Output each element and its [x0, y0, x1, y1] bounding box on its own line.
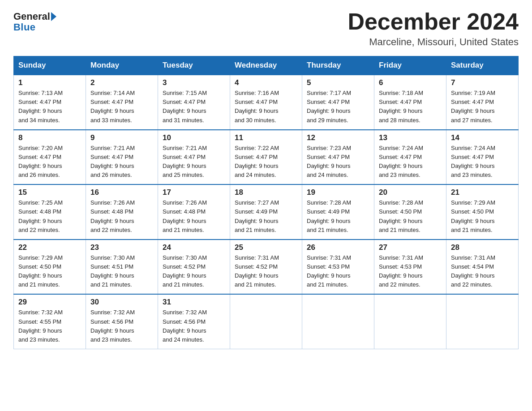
location-subtitle: Marceline, Missouri, United States: [348, 36, 519, 48]
day-info: Sunrise: 7:18 AMSunset: 4:47 PMDaylight:…: [379, 89, 442, 125]
day-number: 12: [307, 133, 369, 142]
day-info: Sunrise: 7:24 AMSunset: 4:47 PMDaylight:…: [451, 144, 514, 180]
weekday-header-saturday: Saturday: [446, 56, 519, 75]
day-number: 1: [18, 78, 81, 87]
week-row-5: 29Sunrise: 7:32 AMSunset: 4:55 PMDayligh…: [14, 294, 519, 349]
day-cell-26: 26Sunrise: 7:31 AMSunset: 4:53 PMDayligh…: [302, 240, 374, 295]
day-info: Sunrise: 7:31 AMSunset: 4:53 PMDaylight:…: [379, 253, 442, 290]
weekday-header-tuesday: Tuesday: [158, 56, 230, 75]
weekday-header-wednesday: Wednesday: [230, 56, 302, 75]
day-info: Sunrise: 7:19 AMSunset: 4:47 PMDaylight:…: [451, 89, 514, 125]
day-number: 20: [379, 188, 442, 197]
day-number: 28: [451, 243, 514, 252]
logo-arrow-icon: [51, 12, 56, 21]
day-cell-12: 12Sunrise: 7:23 AMSunset: 4:47 PMDayligh…: [302, 130, 374, 185]
day-number: 29: [18, 298, 81, 307]
day-info: Sunrise: 7:23 AMSunset: 4:47 PMDaylight:…: [307, 144, 369, 180]
day-cell-4: 4Sunrise: 7:16 AMSunset: 4:47 PMDaylight…: [230, 75, 302, 130]
day-info: Sunrise: 7:13 AMSunset: 4:47 PMDaylight:…: [18, 89, 81, 125]
day-info: Sunrise: 7:26 AMSunset: 4:48 PMDaylight:…: [90, 198, 153, 235]
day-cell-3: 3Sunrise: 7:15 AMSunset: 4:47 PMDaylight…: [158, 75, 230, 130]
day-info: Sunrise: 7:16 AMSunset: 4:47 PMDaylight:…: [235, 89, 297, 125]
day-cell-25: 25Sunrise: 7:31 AMSunset: 4:52 PMDayligh…: [230, 240, 302, 295]
day-cell-1: 1Sunrise: 7:13 AMSunset: 4:47 PMDaylight…: [14, 75, 86, 130]
day-cell-20: 20Sunrise: 7:28 AMSunset: 4:50 PMDayligh…: [374, 184, 446, 240]
weekday-header-monday: Monday: [86, 56, 158, 75]
day-number: 11: [235, 133, 297, 142]
day-cell-24: 24Sunrise: 7:30 AMSunset: 4:52 PMDayligh…: [158, 240, 230, 295]
day-info: Sunrise: 7:25 AMSunset: 4:48 PMDaylight:…: [18, 198, 81, 235]
day-cell-17: 17Sunrise: 7:26 AMSunset: 4:48 PMDayligh…: [158, 184, 230, 240]
day-number: 19: [307, 188, 369, 197]
empty-cell: [446, 294, 519, 349]
day-number: 6: [379, 78, 442, 87]
day-number: 7: [451, 78, 514, 87]
week-row-2: 8Sunrise: 7:20 AMSunset: 4:47 PMDaylight…: [14, 130, 519, 185]
empty-cell: [374, 294, 446, 349]
day-number: 14: [451, 133, 514, 142]
day-cell-9: 9Sunrise: 7:21 AMSunset: 4:47 PMDaylight…: [86, 130, 158, 185]
day-number: 18: [235, 188, 297, 197]
day-info: Sunrise: 7:31 AMSunset: 4:52 PMDaylight:…: [235, 253, 297, 290]
month-title: December 2024: [348, 9, 519, 34]
day-cell-14: 14Sunrise: 7:24 AMSunset: 4:47 PMDayligh…: [446, 130, 519, 185]
page-header: General Blue December 2024 Marceline, Mi…: [13, 9, 519, 48]
day-cell-11: 11Sunrise: 7:22 AMSunset: 4:47 PMDayligh…: [230, 130, 302, 185]
day-info: Sunrise: 7:17 AMSunset: 4:47 PMDaylight:…: [307, 89, 369, 125]
day-info: Sunrise: 7:32 AMSunset: 4:55 PMDaylight:…: [18, 308, 81, 344]
day-number: 26: [307, 243, 369, 252]
day-number: 27: [379, 243, 442, 252]
day-cell-8: 8Sunrise: 7:20 AMSunset: 4:47 PMDaylight…: [14, 130, 86, 185]
day-cell-29: 29Sunrise: 7:32 AMSunset: 4:55 PMDayligh…: [14, 294, 86, 349]
day-cell-21: 21Sunrise: 7:29 AMSunset: 4:50 PMDayligh…: [446, 184, 519, 240]
title-block: December 2024 Marceline, Missouri, Unite…: [348, 9, 519, 48]
week-row-1: 1Sunrise: 7:13 AMSunset: 4:47 PMDaylight…: [14, 75, 519, 130]
day-cell-22: 22Sunrise: 7:29 AMSunset: 4:50 PMDayligh…: [14, 240, 86, 295]
day-cell-28: 28Sunrise: 7:31 AMSunset: 4:54 PMDayligh…: [446, 240, 519, 295]
day-cell-6: 6Sunrise: 7:18 AMSunset: 4:47 PMDaylight…: [374, 75, 446, 130]
week-row-4: 22Sunrise: 7:29 AMSunset: 4:50 PMDayligh…: [14, 240, 519, 295]
empty-cell: [302, 294, 374, 349]
logo-general-text: General: [13, 12, 50, 21]
day-number: 8: [18, 133, 81, 142]
day-number: 23: [90, 243, 153, 252]
day-number: 13: [379, 133, 442, 142]
day-info: Sunrise: 7:28 AMSunset: 4:50 PMDaylight:…: [379, 198, 442, 235]
day-info: Sunrise: 7:21 AMSunset: 4:47 PMDaylight:…: [90, 144, 153, 180]
day-number: 17: [163, 188, 225, 197]
day-info: Sunrise: 7:20 AMSunset: 4:47 PMDaylight:…: [18, 144, 81, 180]
day-number: 2: [90, 78, 153, 87]
day-info: Sunrise: 7:31 AMSunset: 4:53 PMDaylight:…: [307, 253, 369, 290]
day-info: Sunrise: 7:32 AMSunset: 4:56 PMDaylight:…: [163, 308, 225, 344]
day-info: Sunrise: 7:29 AMSunset: 4:50 PMDaylight:…: [451, 198, 514, 235]
day-info: Sunrise: 7:31 AMSunset: 4:54 PMDaylight:…: [451, 253, 514, 290]
day-cell-27: 27Sunrise: 7:31 AMSunset: 4:53 PMDayligh…: [374, 240, 446, 295]
day-cell-15: 15Sunrise: 7:25 AMSunset: 4:48 PMDayligh…: [14, 184, 86, 240]
day-info: Sunrise: 7:30 AMSunset: 4:52 PMDaylight:…: [163, 253, 225, 290]
day-cell-13: 13Sunrise: 7:24 AMSunset: 4:47 PMDayligh…: [374, 130, 446, 185]
day-number: 10: [163, 133, 225, 142]
day-number: 3: [163, 78, 225, 87]
day-cell-10: 10Sunrise: 7:21 AMSunset: 4:47 PMDayligh…: [158, 130, 230, 185]
day-cell-31: 31Sunrise: 7:32 AMSunset: 4:56 PMDayligh…: [158, 294, 230, 349]
day-info: Sunrise: 7:14 AMSunset: 4:47 PMDaylight:…: [90, 89, 153, 125]
day-number: 15: [18, 188, 81, 197]
weekday-header-thursday: Thursday: [302, 56, 374, 75]
day-cell-18: 18Sunrise: 7:27 AMSunset: 4:49 PMDayligh…: [230, 184, 302, 240]
day-cell-2: 2Sunrise: 7:14 AMSunset: 4:47 PMDaylight…: [86, 75, 158, 130]
day-info: Sunrise: 7:29 AMSunset: 4:50 PMDaylight:…: [18, 253, 81, 290]
day-number: 5: [307, 78, 369, 87]
day-number: 25: [235, 243, 297, 252]
logo-blue-text: Blue: [13, 21, 35, 33]
day-info: Sunrise: 7:32 AMSunset: 4:56 PMDaylight:…: [90, 308, 153, 344]
day-number: 4: [235, 78, 297, 87]
day-info: Sunrise: 7:28 AMSunset: 4:49 PMDaylight:…: [307, 198, 369, 235]
day-info: Sunrise: 7:30 AMSunset: 4:51 PMDaylight:…: [90, 253, 153, 290]
day-info: Sunrise: 7:26 AMSunset: 4:48 PMDaylight:…: [163, 198, 225, 235]
day-number: 24: [163, 243, 225, 252]
day-info: Sunrise: 7:22 AMSunset: 4:47 PMDaylight:…: [235, 144, 297, 180]
day-cell-7: 7Sunrise: 7:19 AMSunset: 4:47 PMDaylight…: [446, 75, 519, 130]
day-info: Sunrise: 7:21 AMSunset: 4:47 PMDaylight:…: [163, 144, 225, 180]
week-row-3: 15Sunrise: 7:25 AMSunset: 4:48 PMDayligh…: [14, 184, 519, 240]
day-number: 21: [451, 188, 514, 197]
